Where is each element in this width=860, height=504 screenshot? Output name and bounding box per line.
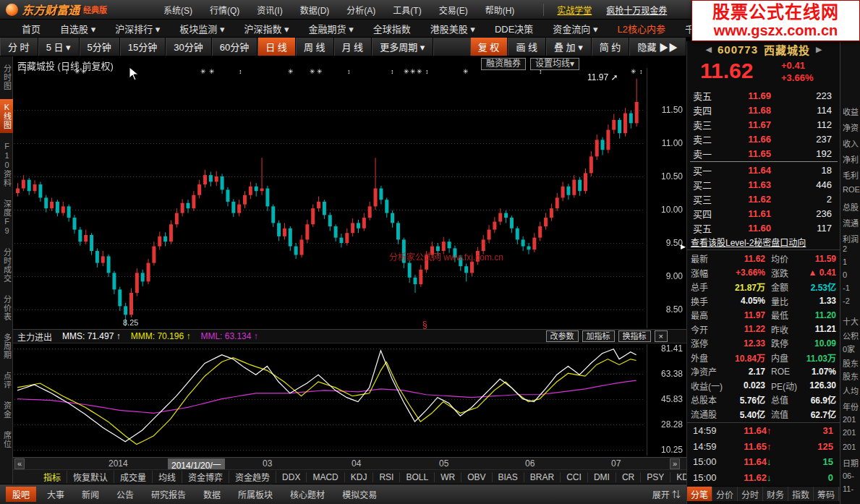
status-tab[interactable]: 所属板块 [231, 487, 279, 502]
indicator-button[interactable]: × [655, 330, 668, 342]
chart-tool-button[interactable]: 简 约 [592, 38, 630, 56]
indicator-tab[interactable]: WR [435, 472, 461, 482]
nav-item[interactable]: L2核心内参 [617, 22, 665, 35]
sidebar-tab[interactable]: 分时图 [0, 61, 13, 94]
chart-tool-button[interactable]: 叠 加 ▾ [546, 38, 592, 56]
indicator-tab[interactable]: OBV [461, 472, 492, 482]
quote-tab[interactable]: 财务 [763, 487, 788, 501]
period-button[interactable]: 月 线 [334, 38, 372, 56]
indicator-tab[interactable]: BIAS [493, 472, 524, 482]
menu-item[interactable]: 帮助(H) [485, 4, 515, 16]
event-marker-icon[interactable]: ✳ [410, 68, 416, 75]
menu-item[interactable]: 资讯(I) [257, 4, 282, 16]
status-tab[interactable]: 核心题材 [284, 487, 331, 502]
period-button[interactable]: 日 线 [257, 38, 296, 56]
event-marker-icon[interactable]: ✳ [463, 68, 469, 75]
event-marker-icon[interactable]: ✳ [209, 68, 215, 75]
quote-tab[interactable]: 分时 [738, 487, 763, 501]
period-button[interactable]: 5分钟 [80, 38, 120, 56]
indicator-tab[interactable]: BOLL [400, 472, 435, 482]
indicator-tab[interactable]: 资金趋势 [229, 471, 276, 483]
period-button[interactable]: 分 时 [0, 38, 38, 56]
period-button[interactable]: 60分钟 [212, 38, 257, 56]
chart-overlay-button[interactable]: 融资融券 [481, 58, 526, 70]
indicator-tab[interactable]: KDJ [345, 472, 374, 482]
indicator-tab[interactable]: DDX [276, 472, 307, 482]
indicator-tab[interactable]: CR [616, 472, 641, 482]
nav-item[interactable]: 自选股 ▾ [60, 22, 95, 35]
candlestick-canvas[interactable] [13, 56, 686, 457]
status-tab[interactable]: 公告 [110, 487, 140, 502]
status-tab[interactable]: 模拟交易 [336, 487, 383, 502]
period-button[interactable]: 30分钟 [166, 38, 211, 56]
indicator-tab[interactable]: 指标 [38, 471, 67, 483]
status-tab[interactable]: 新闻 [75, 487, 106, 502]
menu-item[interactable]: 分析(A) [346, 4, 375, 16]
indicator-tab[interactable]: 恢复默认 [67, 471, 114, 483]
chart-overlay-button[interactable]: 设置均线▾ [530, 58, 579, 70]
indicator-button[interactable]: 改参数 [546, 330, 579, 342]
period-button[interactable]: 更多周期 ▾ [372, 38, 433, 56]
event-marker-icon[interactable]: ✳ [631, 68, 637, 75]
event-marker-icon[interactable]: ✳ [417, 68, 422, 75]
event-marker-icon[interactable]: ↕ [425, 68, 429, 75]
expand-button[interactable]: 展开 ⇅ [652, 488, 681, 500]
menu-item[interactable]: 工具(T) [393, 4, 421, 16]
sidebar-tab[interactable]: 点评 [0, 368, 13, 393]
level2-link[interactable]: 查看该股Level-2秘密盘口动向 [687, 236, 840, 250]
status-tab[interactable]: 股吧 [6, 487, 36, 502]
indicator-tab[interactable]: MACD [307, 472, 344, 482]
sidebar-tab[interactable]: 深度F9 [0, 196, 13, 239]
sidebar-tab[interactable]: K线图 [0, 99, 13, 133]
chart-tool-button[interactable]: 隐藏 ▶▶ [629, 38, 686, 56]
quote-tab[interactable]: 筹码 [814, 487, 839, 501]
indicator-tab[interactable]: DMI [588, 472, 616, 482]
event-marker-icon[interactable]: ↕ [347, 68, 351, 75]
panel-splitter-arrow-icon[interactable]: ▶ [681, 243, 686, 250]
event-marker-icon[interactable]: ✳ [288, 68, 294, 75]
sidebar-tab[interactable]: 多周期 [0, 330, 13, 363]
promo-link-study[interactable]: 实战学堂 [557, 4, 592, 16]
indicator-button[interactable]: 加指标 [582, 330, 615, 342]
scroll-right-button[interactable]: » [670, 458, 680, 469]
quote-tab[interactable]: 指数 [788, 487, 814, 501]
event-marker-icon[interactable]: ✳ [310, 68, 315, 75]
event-marker-icon[interactable]: ↕ [239, 68, 242, 75]
chart-tool-button[interactable]: 画 线 [508, 38, 546, 56]
indicator-tab[interactable]: CCI [561, 472, 588, 482]
indicator-tab[interactable]: 资金博弈 [182, 471, 229, 483]
event-marker-icon[interactable]: ✳ [404, 68, 409, 75]
sidebar-tab[interactable]: 席位 [0, 427, 13, 452]
menu-item[interactable]: 交易(E) [439, 4, 468, 16]
sidebar-tab[interactable]: 分时成交 [0, 244, 13, 286]
indicator-tab[interactable]: RSI [373, 472, 400, 482]
status-tab[interactable]: 研究报告 [145, 487, 192, 502]
status-tab[interactable]: 大事 [41, 487, 71, 502]
nav-item[interactable]: DDE决策 [495, 22, 533, 35]
ad-banner[interactable]: 股票公式在线网 www.gszx.com.cn [691, 0, 860, 41]
scroll-left-button[interactable]: « [14, 458, 25, 469]
chart-tool-button[interactable]: 复 权 [470, 38, 508, 56]
prev-stock-arrow-icon[interactable]: ◀ [705, 45, 711, 54]
indicator-tab[interactable]: BRAR [524, 472, 561, 482]
indicator-tab[interactable]: 均线 [153, 471, 182, 483]
quote-tab[interactable]: 分笔 [687, 487, 712, 501]
nav-item[interactable]: 港股美股 ▾ [430, 22, 475, 35]
next-stock-arrow-icon[interactable]: ▶ [816, 45, 822, 54]
event-marker-icon[interactable]: ↕ [391, 68, 394, 75]
event-marker-icon[interactable]: ✳ [317, 68, 323, 75]
nav-item[interactable]: 金融期货 ▾ [309, 22, 354, 35]
nav-item[interactable]: 资金流向 ▾ [553, 22, 597, 35]
event-marker-icon[interactable]: ↕ [639, 68, 643, 75]
period-button[interactable]: 5 日 ▾ [38, 38, 80, 56]
sidebar-tab[interactable]: 资金 [0, 398, 13, 422]
indicator-tab[interactable]: 成交量 [114, 471, 153, 483]
promo-link-coupon[interactable]: 疯抢十万现金券 [606, 4, 667, 16]
indicator-tab[interactable]: PSY [641, 472, 670, 482]
sidebar-tab[interactable]: 分价表 [0, 291, 13, 325]
indicator-button[interactable]: 换指标 [618, 330, 651, 342]
nav-item[interactable]: 沪深指数 ▾ [244, 22, 289, 35]
quote-tab[interactable]: 分价 [712, 487, 738, 501]
nav-item[interactable]: 首页 [22, 22, 41, 35]
period-button[interactable]: 周 线 [296, 38, 334, 56]
